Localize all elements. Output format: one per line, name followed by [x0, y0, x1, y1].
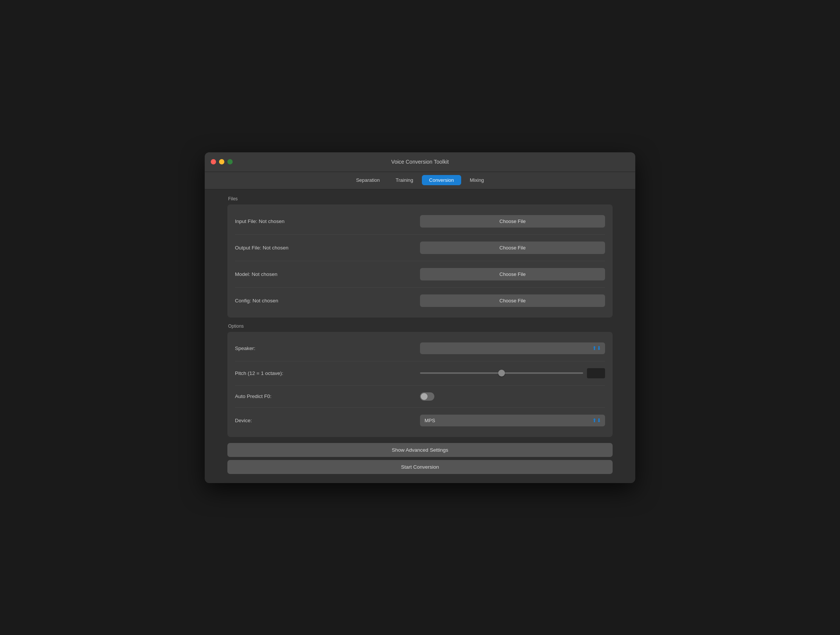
device-row: Device: MPS CPU CUDA ⬆⬇	[235, 408, 605, 433]
input-file-button[interactable]: Choose File	[420, 215, 605, 228]
device-select[interactable]: MPS CPU CUDA	[420, 415, 605, 426]
start-conversion-button[interactable]: Start Conversion	[227, 460, 613, 474]
speaker-select-wrapper: ⬆⬇	[420, 342, 605, 354]
show-advanced-button[interactable]: Show Advanced Settings	[227, 443, 613, 457]
files-section-box: Input File: Not chosen Choose File Outpu…	[227, 204, 613, 318]
traffic-lights	[211, 159, 233, 165]
config-file-label: Config: Not chosen	[235, 298, 278, 304]
options-section-box: Speaker: ⬆⬇ Pitch (12 = 1 octave): 0 A	[227, 332, 613, 437]
speaker-label: Speaker:	[235, 345, 255, 351]
model-file-button[interactable]: Choose File	[420, 268, 605, 280]
pitch-label: Pitch (12 = 1 octave):	[235, 371, 283, 376]
toggle-knob	[421, 393, 428, 400]
auto-predict-toggle[interactable]	[420, 392, 434, 401]
pitch-row: Pitch (12 = 1 octave): 0	[235, 361, 605, 386]
main-window: Voice Conversion Toolkit Separation Trai…	[205, 152, 635, 483]
output-file-button[interactable]: Choose File	[420, 242, 605, 254]
speaker-row: Speaker: ⬆⬇	[235, 336, 605, 361]
device-select-wrapper: MPS CPU CUDA ⬆⬇	[420, 415, 605, 426]
config-file-button[interactable]: Choose File	[420, 295, 605, 307]
auto-predict-toggle-wrapper	[420, 392, 605, 401]
main-content: Files Input File: Not chosen Choose File…	[205, 189, 635, 483]
close-button[interactable]	[211, 159, 216, 165]
tab-mixing[interactable]: Mixing	[463, 175, 491, 185]
minimize-button[interactable]	[219, 159, 224, 165]
model-file-row: Model: Not chosen Choose File	[235, 261, 605, 288]
speaker-select[interactable]	[420, 342, 605, 354]
device-label: Device:	[235, 418, 252, 423]
output-file-label: Output File: Not chosen	[235, 245, 289, 250]
pitch-value-input[interactable]: 0	[587, 368, 605, 378]
model-file-label: Model: Not chosen	[235, 271, 278, 277]
auto-predict-row: Auto Predict F0:	[235, 386, 605, 408]
auto-predict-label: Auto Predict F0:	[235, 393, 272, 399]
bottom-buttons: Show Advanced Settings Start Conversion	[227, 443, 613, 474]
input-file-row: Input File: Not chosen Choose File	[235, 208, 605, 235]
tab-separation[interactable]: Separation	[349, 175, 387, 185]
title-bar: Voice Conversion Toolkit	[205, 152, 635, 172]
zoom-button[interactable]	[227, 159, 233, 165]
input-file-label: Input File: Not chosen	[235, 219, 284, 224]
options-section-label: Options	[228, 323, 613, 329]
tab-conversion[interactable]: Conversion	[422, 175, 461, 185]
tab-training[interactable]: Training	[388, 175, 420, 185]
window-title: Voice Conversion Toolkit	[391, 159, 449, 165]
output-file-row: Output File: Not chosen Choose File	[235, 235, 605, 261]
tab-bar: Separation Training Conversion Mixing	[205, 172, 635, 189]
files-section-label: Files	[228, 196, 613, 201]
pitch-slider-wrapper: 0	[420, 368, 605, 378]
pitch-slider[interactable]	[420, 372, 583, 374]
config-file-row: Config: Not chosen Choose File	[235, 288, 605, 314]
